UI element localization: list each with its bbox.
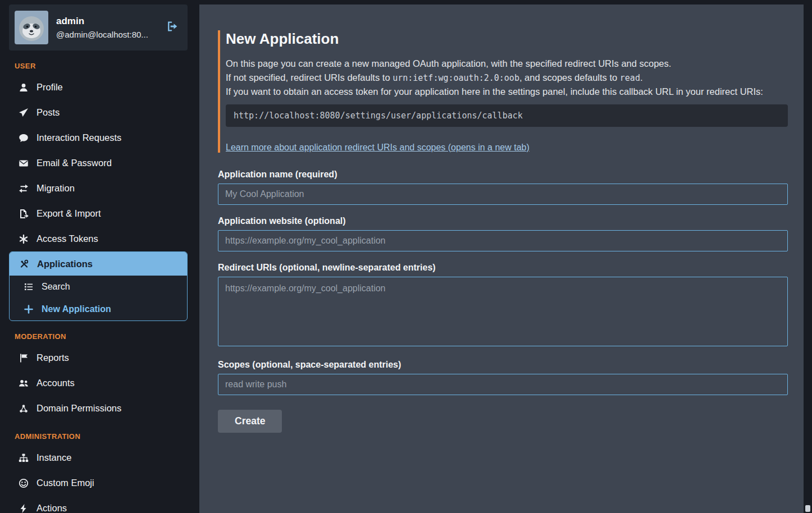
application-website-input[interactable] [218,230,788,251]
sidebar-item-label: Access Tokens [37,233,98,244]
sidebar-item-accounts[interactable]: Accounts [0,370,191,396]
page-header: New Application On this page you can cre… [218,30,788,153]
users-icon [18,378,29,388]
sidebar: admin @admin@localhost:80... USER Profil… [0,0,191,513]
asterisk-icon [18,234,29,244]
main-panel: New Application On this page you can cre… [199,4,804,513]
inline-code-oob: urn:ietf:wg:oauth:2.0:oob [393,73,519,83]
sidebar-item-label: Domain Permissions [37,403,121,414]
logout-icon[interactable] [166,20,179,35]
sidebar-item-posts[interactable]: Posts [0,100,191,125]
sidebar-item-domain-permissions[interactable]: Domain Permissions [0,396,191,421]
network-nodes-icon [18,404,29,414]
bolt-icon [18,503,29,513]
intro-line-3: If you want to obtain an access token fo… [226,85,788,99]
sidebar-item-label: Instance [37,452,71,463]
inline-code-read: read [620,73,640,83]
scopes-label: Scopes (optional, space-separated entrie… [218,360,788,370]
user-card[interactable]: admin @admin@localhost:80... [9,4,188,51]
sidebar-item-label: Reports [37,352,69,363]
sidebar-item-label: Custom Emoji [37,478,94,488]
plus-icon [23,304,34,314]
sidebar-item-access-tokens[interactable]: Access Tokens [0,226,191,251]
sidebar-item-instance[interactable]: Instance [0,445,191,470]
sidebar-item-label: Migration [37,183,75,194]
sidebar-item-label: Posts [37,107,60,118]
sidebar-subitem-new-application[interactable]: New Application [10,298,187,320]
sitemap-icon [18,453,29,463]
application-name-group: Application name (required) [218,170,788,205]
section-label-administration: ADMINISTRATION [15,432,182,441]
sidebar-item-label: Email & Password [37,158,112,168]
learn-more-link[interactable]: Learn more about application redirect UR… [226,143,530,153]
application-name-label: Application name (required) [218,170,788,180]
user-info: admin @admin@localhost:80... [56,16,158,39]
scopes-group: Scopes (optional, space-separated entrie… [218,360,788,395]
section-label-moderation: MODERATION [15,332,182,341]
sidebar-item-label: Interaction Requests [37,132,121,143]
sidebar-item-label: Accounts [37,378,75,388]
smiley-icon [18,478,29,488]
callback-url-code: http://localhost:8080/settings/user/appl… [226,104,788,127]
username: admin [56,16,158,27]
intro-line-1: On this page you can create a new manage… [226,57,788,71]
sidebar-subitem-label: Search [42,282,70,292]
transfer-arrows-icon [18,184,29,194]
application-website-group: Application website (optional) [218,216,788,251]
sidebar-subitem-search[interactable]: Search [10,276,187,298]
paper-plane-icon [18,108,29,118]
sidebar-item-custom-emoji[interactable]: Custom Emoji [0,470,191,496]
flag-icon [18,353,29,363]
user-icon [18,83,29,93]
sidebar-item-migration[interactable]: Migration [0,176,191,201]
sidebar-item-profile[interactable]: Profile [0,75,191,100]
create-button[interactable]: Create [218,410,282,433]
scopes-input[interactable] [218,374,788,395]
page-title: New Application [226,30,788,48]
sidebar-item-email-password[interactable]: Email & Password [0,150,191,176]
new-application-form: Application name (required) Application … [218,170,788,433]
scrollbar-thumb[interactable] [805,505,810,512]
application-name-input[interactable] [218,184,788,205]
screwdriver-wrench-icon [19,259,30,269]
application-website-label: Application website (optional) [218,216,788,226]
file-export-icon [18,209,29,219]
sidebar-item-interaction-requests[interactable]: Interaction Requests [0,125,191,150]
user-handle: @admin@localhost:80... [56,30,158,39]
avatar [15,11,48,44]
applications-group: Applications Search New Application [9,251,188,321]
intro-line-2: If not specified, redirect URIs defaults… [226,71,788,85]
list-icon [23,282,34,292]
sidebar-item-export-import[interactable]: Export & Import [0,201,191,226]
sidebar-item-label: Applications [37,259,93,269]
sidebar-subitem-label: New Application [42,304,111,314]
redirect-uris-label: Redirect URIs (optional, newline-separat… [218,263,788,273]
sidebar-item-label: Profile [37,82,63,93]
sidebar-item-label: Export & Import [37,208,101,219]
redirect-uris-textarea[interactable] [218,277,788,346]
envelope-icon [18,158,29,168]
sidebar-item-label: Actions [37,503,67,513]
section-label-user: USER [15,62,182,70]
sidebar-item-actions[interactable]: Actions [0,496,191,513]
redirect-uris-group: Redirect URIs (optional, newline-separat… [218,263,788,349]
comment-icon [18,133,29,143]
sidebar-item-reports[interactable]: Reports [0,345,191,370]
sidebar-item-applications[interactable]: Applications [10,252,187,276]
